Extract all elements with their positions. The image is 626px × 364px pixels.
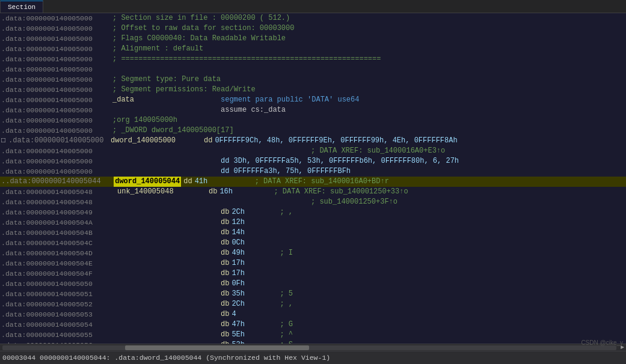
line-prefix: .data:0000000140005053 — [1, 309, 112, 320]
line-prefix: .data:0000000140005000 — [1, 74, 112, 85]
data-label: dword_140005000 — [111, 136, 204, 146]
status-text: 00003044 0000000140005044: .data:dword_1… — [2, 354, 330, 362]
xref-comment: ; DATA XREF: sub_1400016A0+E3↑o — [112, 146, 445, 156]
instruction: db — [209, 187, 217, 197]
line-prefix: .data:000000014000504F — [1, 268, 112, 279]
db-content: db14h — [112, 228, 245, 238]
section-tab[interactable]: Section — [0, 1, 43, 13]
code-line[interactable]: .data:000000014000504Bdb14h — [0, 228, 626, 238]
instruction: dd — [204, 136, 212, 146]
main-area: .data:0000000140005000; Section size in … — [0, 13, 626, 344]
status-bar: 00003044 0000000140005044: .data:dword_1… — [0, 351, 626, 364]
db-content: db17h — [112, 258, 245, 268]
code-line[interactable]: .data:0000000140005000; Segment type: Pu… — [0, 74, 626, 85]
selected-dot: . — [1, 177, 5, 187]
line-prefix: .data:0000000140005054 — [1, 320, 112, 330]
line-prefix: .data:0000000140005000 — [1, 166, 112, 177]
db-content: db47h; G — [112, 320, 293, 330]
comment: ; ======================================… — [112, 54, 381, 64]
code-line[interactable]: .data:0000000140005051db35h; 5 — [0, 289, 626, 299]
db-content: db2Ch; , — [112, 299, 293, 309]
line-prefix: .data:0000000140005052 — [1, 299, 112, 309]
operand: 0FFFFFF9Ch, 48h, 0FFFFFF9Eh, 0FFFFFF99h,… — [215, 136, 457, 146]
code-line[interactable]: .data:0000000140005049db2Ch; , — [0, 207, 626, 217]
code-line[interactable]: .data:0000000140005055db5Eh; ^ — [0, 330, 626, 340]
scrollbar-thumb[interactable] — [125, 345, 309, 350]
code-line[interactable]: .data:0000000140005000; Section size in … — [0, 13, 626, 23]
code-line[interactable]: .data:0000000140005050db0Fh — [0, 279, 626, 289]
code-line[interactable]: .data:0000000140005000; Alignment : defa… — [0, 44, 626, 54]
db-content: db4 — [112, 309, 236, 320]
code-line[interactable]: .data:0000000140005000; _DWORD dword_140… — [0, 126, 626, 136]
line-prefix: .data:0000000140005000 — [1, 146, 112, 156]
code-line[interactable]: .data:0000000140005000dd 0FFFFFFa3h, 75h… — [0, 166, 626, 177]
line-prefix: .data:0000000140005049 — [1, 207, 112, 217]
code-line[interactable]: .data:0000000140005000_datasegment para … — [0, 95, 626, 105]
db-content: db0Ch — [112, 238, 245, 248]
code-line[interactable]: .data:0000000140005000 — [0, 64, 626, 74]
line-prefix: .data:0000000140005000 — [1, 95, 112, 105]
line-prefix: .data:000000014000504B — [1, 228, 112, 238]
db-content: db12h — [112, 217, 245, 228]
code-line[interactable]: .data:0000000140005000; ================… — [0, 54, 626, 64]
code-line[interactable]: .data:0000000140005056db53h; S — [0, 340, 626, 344]
line-prefix: .data:0000000140005000 — [1, 156, 112, 166]
code-line[interactable]: .data:000000014000504Cdb0Ch — [0, 238, 626, 248]
code-line[interactable]: .data:0000000140005000; Segment permissi… — [0, 85, 626, 95]
code-line[interactable]: .data:0000000140005053db4 — [0, 309, 626, 320]
comment: ;org 140005000h — [112, 115, 177, 126]
code-view[interactable]: .data:0000000140005000; Section size in … — [0, 13, 626, 344]
line-prefix: .data:0000000140005056 — [1, 340, 112, 344]
code-line[interactable]: .data:0000000140005000; Offset to raw da… — [0, 23, 626, 34]
tab-bar: Section — [0, 0, 626, 13]
line-prefix: .data:0000000140005000 — [1, 13, 112, 23]
line-prefix: .data:0000000140005044 — [5, 177, 114, 187]
assume-content: assume cs:_data — [112, 105, 286, 115]
line-prefix: .data:0000000140005000 — [1, 85, 112, 95]
line-prefix: .data:0000000140005048 — [1, 197, 112, 207]
code-line[interactable]: .data:0000000140005048; sub_140001250+3F… — [0, 197, 626, 207]
instruction: dd — [183, 177, 192, 187]
comment: ; DATA XREF: sub_140001250+33↑o — [274, 187, 408, 197]
line-prefix: .data:0000000140005000 — [8, 136, 111, 146]
db-content: db17h — [112, 268, 245, 279]
code-line[interactable]: .data:000000014000504Fdb17h — [0, 268, 626, 279]
code-line[interactable]: .data:0000000140005054db47h; G — [0, 320, 626, 330]
code-line[interactable]: ..data:0000000140005044dword_140005044dd… — [0, 177, 626, 187]
db-content: db5Eh; ^ — [112, 330, 293, 340]
code-line[interactable]: .data:0000000140005000;org 140005000h — [0, 115, 626, 126]
horizontal-scrollbar[interactable] — [2, 345, 616, 350]
code-line[interactable]: .data:0000000140005048unk_140005048db16h… — [0, 187, 626, 197]
code-line[interactable]: .data:0000000140005000dd 3Dh, 0FFFFFFa5h… — [0, 156, 626, 166]
line-prefix: .data:0000000140005000 — [1, 105, 112, 115]
code-line[interactable]: □.data:0000000140005000dword_140005000dd… — [0, 136, 626, 146]
segment-label: _data — [112, 95, 221, 105]
code-line[interactable]: .data:0000000140005000assume cs:_data — [0, 105, 626, 115]
db-content: db49h; I — [112, 248, 293, 258]
db-content: db35h; 5 — [112, 289, 293, 299]
xref2-comment: ; sub_140001250+3F↑o — [112, 197, 397, 207]
watermark: CSDN @cike_y — [581, 339, 623, 346]
line-prefix: .data:0000000140005000 — [1, 23, 112, 34]
code-line[interactable]: .data:0000000140005052db2Ch; , — [0, 299, 626, 309]
line-prefix: .data:000000014000504C — [1, 238, 112, 248]
code-line[interactable]: .data:000000014000504Adb12h — [0, 217, 626, 228]
line-prefix: .data:0000000140005048 — [1, 187, 112, 197]
comment: ; Alignment : default — [112, 44, 203, 54]
line-prefix: .data:000000014000504E — [1, 258, 112, 268]
line-prefix: .data:000000014000504D — [1, 248, 112, 258]
data-cont: dd 3Dh, 0FFFFFFa5h, 53h, 0FFFFFFb6h, 0FF… — [112, 156, 459, 166]
data-cont: dd 0FFFFFFa3h, 75h, 0FFFFFFBFh — [112, 166, 351, 177]
comment: ; Segment permissions: Read/Write — [112, 85, 256, 95]
code-line[interactable]: .data:000000014000504Ddb49h; I — [0, 248, 626, 258]
line-prefix: .data:0000000140005000 — [1, 54, 112, 64]
line-prefix: .data:0000000140005000 — [1, 126, 112, 136]
xref-comment: ; DATA XREF: sub_1400016A0+BD↑r — [255, 177, 389, 187]
line-prefix: .data:000000014000504A — [1, 217, 112, 228]
code-line[interactable]: .data:000000014000504Edb17h — [0, 258, 626, 268]
code-line[interactable]: .data:0000000140005000; DATA XREF: sub_1… — [0, 146, 626, 156]
code-line[interactable]: .data:0000000140005000; Flags C0000040: … — [0, 34, 626, 44]
operand: 41h — [195, 177, 255, 187]
line-prefix: .data:0000000140005000 — [1, 64, 112, 74]
operand: 16h — [219, 187, 268, 197]
